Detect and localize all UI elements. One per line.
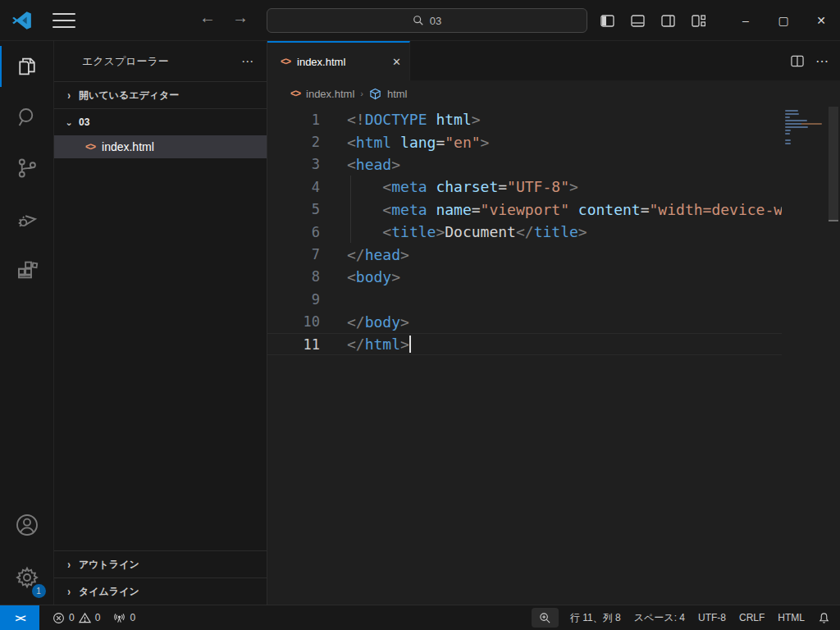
- remote-icon: ><: [15, 612, 24, 624]
- chevron-right-icon: ›: [64, 585, 74, 598]
- chevron-right-icon: ›: [64, 89, 74, 102]
- vscode-window: ← → 03 – ▢ ✕: [0, 0, 840, 630]
- remote-indicator[interactable]: ><: [0, 605, 39, 630]
- scrollbar-slider[interactable]: [829, 107, 838, 221]
- symbol-cube-icon: [369, 88, 381, 100]
- code-line-4[interactable]: 4 <meta charset="UTF-8">: [267, 176, 782, 198]
- code-line-11[interactable]: 11</html>: [267, 333, 782, 355]
- code-line-5[interactable]: 5 <meta name="viewport" content="width=d…: [267, 199, 782, 221]
- command-center-text: 03: [430, 15, 441, 27]
- minimap[interactable]: [782, 107, 827, 605]
- code-line-1[interactable]: 1<!DOCTYPE html>: [267, 108, 782, 130]
- activity-extensions-icon[interactable]: [0, 244, 54, 295]
- sidebar-title: エクスプローラー: [82, 54, 169, 69]
- chevron-down-icon: ⌄: [64, 117, 74, 128]
- title-bar: ← → 03 – ▢ ✕: [0, 0, 840, 41]
- radio-tower-icon: [113, 612, 126, 624]
- encoding-status[interactable]: UTF-8: [692, 605, 733, 630]
- vscode-logo-icon: [11, 9, 34, 32]
- html-file-icon: <>: [281, 56, 290, 67]
- tab-index-html[interactable]: <> index.html ✕: [267, 41, 410, 80]
- toggle-panel-icon[interactable]: [623, 0, 653, 41]
- text-cursor: [409, 336, 411, 353]
- close-button[interactable]: ✕: [802, 0, 840, 41]
- breadcrumbs: <> index.html › html: [267, 80, 840, 107]
- breadcrumb-symbol[interactable]: html: [387, 88, 408, 100]
- ports-status[interactable]: 0: [107, 605, 142, 630]
- breadcrumb-separator: ›: [360, 89, 363, 98]
- code-editor[interactable]: 1<!DOCTYPE html>2<html lang="en">3<head>…: [267, 107, 840, 605]
- code-lines[interactable]: 1<!DOCTYPE html>2<html lang="en">3<head>…: [267, 108, 782, 355]
- code-line-6[interactable]: 6 <title>Document</title>: [267, 221, 782, 243]
- folder-root-item[interactable]: ⌄ 03: [54, 108, 267, 135]
- tab-close-icon[interactable]: ✕: [392, 56, 401, 68]
- language-mode-status[interactable]: HTML: [771, 605, 811, 630]
- menu-hamburger-icon[interactable]: [52, 13, 75, 28]
- command-center-search[interactable]: 03: [267, 8, 587, 33]
- minimize-button[interactable]: –: [727, 0, 765, 41]
- settings-badge: 1: [32, 584, 46, 598]
- html-file-icon: <>: [85, 141, 95, 153]
- settings-gear-icon[interactable]: 1: [0, 550, 54, 605]
- warning-icon: [79, 612, 91, 624]
- explorer-sidebar: エクスプローラー ⋯ › 開いているエディター ⌄ 03 <> index.ht…: [54, 41, 267, 605]
- code-line-2[interactable]: 2<html lang="en">: [267, 130, 782, 153]
- timeline-section[interactable]: › タイムライン: [54, 578, 267, 605]
- activity-source-control-icon[interactable]: [0, 143, 54, 194]
- eol-status[interactable]: CRLF: [733, 605, 771, 630]
- code-line-9[interactable]: 9: [267, 288, 782, 310]
- navigate-forward-button[interactable]: →: [228, 8, 253, 27]
- activity-explorer-icon[interactable]: [0, 41, 54, 92]
- tab-bar: <> index.html ✕ ⋯: [267, 41, 840, 80]
- zoom-status[interactable]: [532, 608, 559, 628]
- code-line-10[interactable]: 10</body>: [267, 311, 782, 333]
- indentation-status[interactable]: スペース: 4: [628, 605, 692, 630]
- chevron-right-icon: ›: [64, 558, 74, 571]
- split-editor-icon[interactable]: [791, 55, 804, 67]
- open-editors-section[interactable]: › 開いているエディター: [54, 81, 267, 108]
- search-icon: [413, 15, 424, 26]
- indent-guide: [350, 176, 351, 243]
- code-line-7[interactable]: 7</head>: [267, 243, 782, 265]
- activity-search-icon[interactable]: [0, 92, 54, 143]
- activity-bar: 1: [0, 41, 54, 605]
- toggle-secondary-sidebar-icon[interactable]: [653, 0, 683, 41]
- navigate-back-button[interactable]: ←: [195, 8, 220, 27]
- code-line-8[interactable]: 8<body>: [267, 266, 782, 288]
- zoom-in-icon: [539, 612, 551, 624]
- activity-run-debug-icon[interactable]: [0, 194, 54, 244]
- customize-layout-icon[interactable]: [683, 0, 714, 41]
- tab-label: index.html: [297, 56, 345, 68]
- code-line-3[interactable]: 3<head>: [267, 153, 782, 176]
- maximize-button[interactable]: ▢: [765, 0, 802, 41]
- explorer-more-actions-icon[interactable]: ⋯: [241, 54, 255, 69]
- problems-status[interactable]: 0 0: [46, 605, 107, 630]
- accounts-icon[interactable]: [0, 500, 54, 550]
- editor-more-actions-icon[interactable]: ⋯: [815, 53, 829, 69]
- titlebar-controls: – ▢ ✕: [592, 0, 840, 41]
- status-bar: >< 0 0 0 行 11、列 8 スペース: 4 UTF-8 CRLF HTM…: [0, 605, 840, 630]
- file-item-index-html[interactable]: <> index.html: [54, 135, 267, 158]
- vertical-scrollbar[interactable]: [827, 107, 840, 605]
- outline-section[interactable]: › アウトライン: [54, 550, 267, 578]
- toggle-primary-sidebar-icon[interactable]: [592, 0, 623, 41]
- breadcrumb-file[interactable]: index.html: [306, 88, 354, 100]
- cursor-position-status[interactable]: 行 11、列 8: [564, 605, 628, 630]
- editor-group: <> index.html ✕ ⋯ <> index.html ›: [267, 41, 840, 605]
- error-icon: [52, 612, 65, 624]
- notifications-bell-icon[interactable]: [811, 605, 840, 630]
- html-file-icon: <>: [290, 88, 300, 99]
